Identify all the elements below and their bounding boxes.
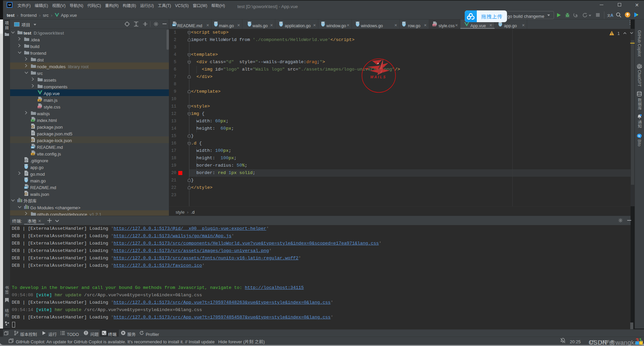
svg-text:JS: JS [32, 153, 34, 155]
svg-text:css: css [38, 106, 41, 108]
svg-text:MD: MD [31, 146, 34, 148]
svg-text:b: b [638, 134, 640, 137]
svg-text:MD: MD [173, 24, 175, 26]
svg-text:css: css [433, 24, 436, 26]
svg-text:JS: JS [38, 99, 41, 101]
svg-text:MD: MD [25, 187, 27, 189]
svg-text:H: H [32, 120, 34, 122]
svg-text:WAILS: WAILS [370, 75, 387, 79]
